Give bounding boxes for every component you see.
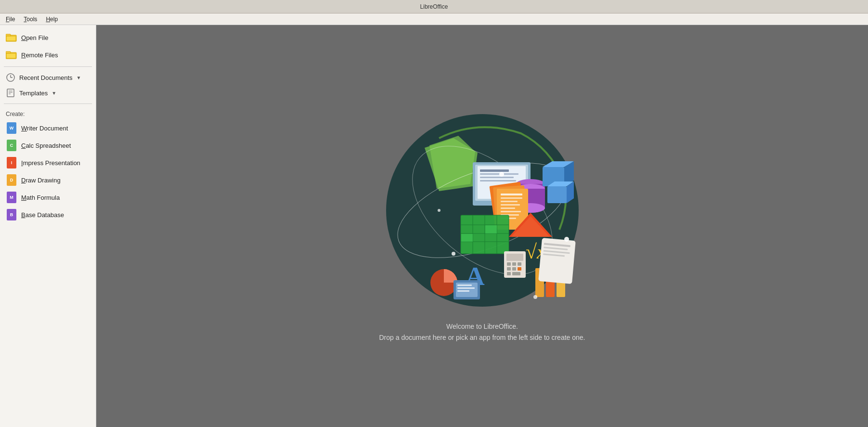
calc-spreadsheet-button[interactable]: C Calc Spreadsheet [0, 137, 96, 154]
open-file-button[interactable]: Open File [0, 29, 96, 46]
svg-point-87 [564, 237, 569, 242]
svg-rect-39 [501, 194, 522, 195]
math-icon: M [6, 192, 17, 203]
templates-button[interactable]: Templates ▼ [0, 85, 96, 101]
menu-help[interactable]: Help [42, 15, 62, 24]
svg-point-90 [438, 209, 440, 212]
clock-icon [6, 73, 15, 82]
svg-rect-83 [518, 267, 521, 271]
svg-rect-70 [457, 290, 469, 292]
folder-open-icon [6, 32, 17, 43]
title-bar: LibreOffice [0, 0, 868, 13]
templates-icon [6, 88, 15, 98]
svg-rect-22 [480, 180, 516, 181]
content-area: A √x [96, 25, 868, 427]
svg-point-88 [452, 252, 455, 256]
svg-rect-5 [6, 53, 16, 58]
svg-rect-56 [461, 234, 473, 242]
svg-rect-2 [6, 36, 16, 41]
impress-icon: I [6, 157, 17, 168]
remote-files-button[interactable]: Remote Files [0, 46, 96, 64]
menu-bar: File Tools Help [0, 13, 868, 25]
templates-label: Templates [19, 90, 48, 97]
svg-rect-19 [480, 169, 509, 172]
draw-drawing-label: Draw Drawing [21, 177, 90, 184]
menu-tools[interactable]: Tools [20, 15, 41, 24]
svg-rect-55 [485, 225, 497, 233]
writer-document-button[interactable]: W Writer Document [0, 119, 96, 137]
writer-document-label: Writer Document [21, 125, 90, 132]
svg-rect-84 [507, 272, 511, 275]
templates-expand-icon: ▼ [52, 91, 56, 96]
recent-documents-button[interactable]: Recent Documents ▼ [0, 70, 96, 85]
base-database-button[interactable]: B Base Database [0, 206, 96, 223]
main-layout: Open File Remote Files [0, 25, 868, 427]
open-file-label: Open File [21, 34, 90, 41]
svg-rect-82 [512, 267, 516, 271]
svg-rect-9 [7, 89, 14, 97]
svg-rect-1 [6, 34, 11, 36]
svg-rect-41 [501, 201, 518, 202]
svg-rect-68 [457, 285, 472, 286]
svg-rect-81 [507, 267, 511, 271]
svg-rect-4 [6, 52, 11, 53]
svg-rect-85 [512, 272, 520, 275]
math-formula-button[interactable]: M Math Formula [0, 189, 96, 206]
welcome-line1: Welcome to LibreOffice. [379, 321, 585, 332]
create-section-label: Create: [0, 107, 96, 119]
calc-spreadsheet-label: Calc Spreadsheet [21, 142, 90, 149]
math-formula-label: Math Formula [21, 194, 90, 201]
recent-documents-label: Recent Documents [19, 74, 73, 81]
draw-icon: D [6, 174, 17, 186]
svg-rect-44 [501, 211, 521, 212]
folder-remote-icon [6, 49, 17, 61]
base-database-label: Base Database [21, 211, 90, 219]
svg-rect-33 [547, 186, 567, 203]
welcome-text: Welcome to LibreOffice. Drop a document … [379, 321, 585, 343]
svg-rect-21 [480, 177, 514, 178]
recent-docs-expand-icon: ▼ [77, 75, 81, 80]
svg-rect-69 [457, 287, 475, 289]
svg-rect-77 [506, 254, 523, 261]
base-icon: B [6, 209, 17, 220]
menu-file[interactable]: File [2, 15, 19, 24]
svg-rect-20 [480, 173, 518, 175]
libreoffice-logo: A √x [381, 109, 583, 311]
svg-rect-40 [501, 197, 522, 199]
svg-rect-80 [518, 262, 521, 266]
svg-point-86 [499, 172, 504, 177]
app-title: LibreOffice [420, 3, 448, 10]
impress-presentation-button[interactable]: I Impress Presentation [0, 154, 96, 171]
welcome-line2: Drop a document here or pick an app from… [379, 332, 585, 343]
impress-presentation-label: Impress Presentation [21, 159, 90, 167]
sidebar-divider-1 [4, 66, 92, 67]
sidebar-divider-2 [4, 104, 92, 104]
svg-rect-42 [501, 204, 520, 206]
svg-rect-43 [501, 207, 515, 209]
calc-icon: C [6, 140, 17, 151]
remote-files-label: Remote Files [21, 52, 90, 59]
draw-drawing-button[interactable]: D Draw Drawing [0, 171, 96, 189]
svg-rect-79 [512, 262, 516, 266]
svg-rect-78 [507, 262, 511, 266]
svg-point-89 [533, 295, 537, 299]
writer-icon: W [6, 122, 17, 134]
sidebar: Open File Remote Files [0, 25, 96, 427]
